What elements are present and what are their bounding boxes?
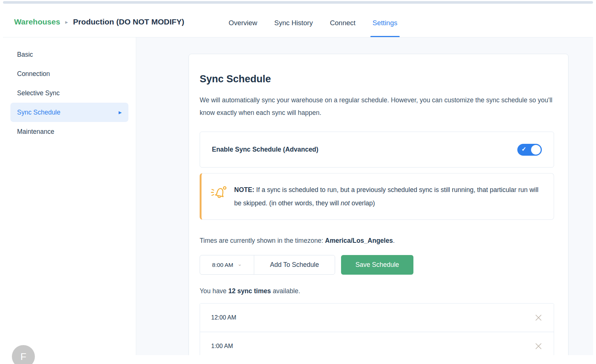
timezone-line: Times are currently shown in the timezon… [200, 237, 554, 245]
time-select-dropdown[interactable]: 8:00 AM ⌄ [200, 255, 254, 274]
settings-sidebar: Basic Connection Selective Sync Sync Sch… [3, 37, 136, 355]
note-body: If a sync is scheduled to run, but a pre… [234, 186, 538, 207]
sidebar-item-label: Maintenance [17, 128, 54, 136]
schedule-controls: 8:00 AM ⌄ Add To Schedule Save Schedule [200, 255, 554, 275]
remove-time-button[interactable] [534, 342, 543, 350]
sync-time-row: 1:00 AM [200, 332, 554, 355]
main-content-area: Sync Schedule We will automatically sync… [136, 37, 593, 355]
sidebar-item-maintenance[interactable]: Maintenance [10, 122, 128, 141]
note-emphasis: not [341, 199, 350, 207]
sidebar-item-selective-sync[interactable]: Selective Sync [10, 83, 128, 103]
availability-line: You have 12 sync times available. [200, 287, 554, 295]
page-title: Sync Schedule [200, 73, 554, 85]
tab-settings[interactable]: Settings [373, 4, 397, 37]
availability-text: You have [200, 287, 228, 295]
sidebar-item-label: Connection [17, 70, 50, 78]
breadcrumb-separator-icon: ▸ [65, 19, 68, 25]
tab-sync-history[interactable]: Sync History [274, 4, 313, 37]
sidebar-item-basic[interactable]: Basic [10, 45, 128, 64]
timezone-text: Times are currently shown in the timezon… [200, 237, 325, 244]
window-top-strip [3, 1, 593, 4]
page-description: We will automatically sync your warehous… [200, 94, 553, 119]
add-to-schedule-button[interactable]: Add To Schedule [254, 255, 335, 274]
availability-count: 12 sync times [228, 287, 271, 295]
remove-time-button[interactable] [534, 314, 543, 322]
note-callout: NOTE: If a sync is scheduled to run, but… [200, 173, 554, 220]
availability-text-end: available. [271, 287, 300, 295]
enable-sync-schedule-label: Enable Sync Schedule (Advanced) [212, 146, 318, 153]
sidebar-item-label: Sync Schedule [17, 109, 60, 116]
bell-icon [210, 185, 227, 202]
breadcrumb-current-page: Production (DO NOT MODIFY) [73, 17, 184, 26]
sync-time-value: 1:00 AM [211, 343, 233, 350]
sync-time-row: 12:00 AM [200, 304, 554, 332]
chevron-right-icon: ▶ [119, 110, 122, 115]
sync-time-value: 12:00 AM [211, 314, 236, 321]
sidebar-item-connection[interactable]: Connection [10, 64, 128, 83]
sidebar-item-label: Selective Sync [17, 89, 60, 97]
note-label: NOTE: [234, 186, 254, 193]
breadcrumb-warehouses-link[interactable]: Warehouses [14, 17, 60, 26]
save-schedule-button[interactable]: Save Schedule [341, 255, 413, 275]
time-select-value: 8:00 AM [212, 262, 233, 268]
timezone-period: . [393, 237, 395, 244]
sidebar-item-sync-schedule[interactable]: Sync Schedule ▶ [10, 103, 128, 122]
sidebar-item-label: Basic [17, 51, 33, 59]
check-icon: ✓ [521, 146, 526, 153]
sync-times-list: 12:00 AM 1:00 AM [200, 303, 554, 355]
toggle-knob [531, 145, 541, 155]
enable-sync-schedule-row: Enable Sync Schedule (Advanced) ✓ [200, 132, 554, 168]
chevron-down-icon: ⌄ [238, 262, 242, 267]
add-time-group: 8:00 AM ⌄ Add To Schedule [200, 255, 335, 275]
tab-overview[interactable]: Overview [229, 4, 257, 37]
note-text: NOTE: If a sync is scheduled to run, but… [234, 183, 541, 210]
tab-bar: Overview Sync History Connect Settings [229, 4, 397, 37]
header: Warehouses ▸ Production (DO NOT MODIFY) … [3, 4, 593, 37]
tab-connect[interactable]: Connect [330, 4, 356, 37]
enable-sync-schedule-toggle[interactable]: ✓ [517, 144, 542, 156]
note-body-end: overlap) [350, 199, 375, 207]
breadcrumb: Warehouses ▸ Production (DO NOT MODIFY) [14, 17, 184, 26]
sync-schedule-card: Sync Schedule We will automatically sync… [189, 54, 569, 355]
timezone-value: America/Los_Angeles [325, 237, 393, 244]
